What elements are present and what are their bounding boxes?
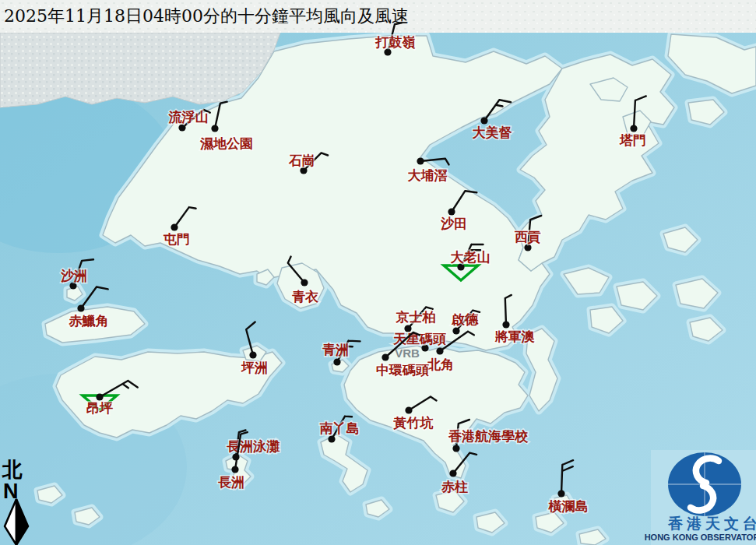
station-dot: [405, 406, 412, 413]
map-canvas: 2025年11月18日04時00分的十分鐘平均風向及風速 打鼓嶺流浮山濕地公園大…: [0, 0, 756, 545]
logo-name-en: HONG KONG OBSERVATORY: [645, 533, 756, 542]
station-label: 赤鱲角: [69, 313, 109, 329]
station-label: 北角: [427, 357, 454, 372]
station-dot: [448, 208, 455, 215]
compass-north-cn: 北: [2, 458, 23, 481]
station-dot: [382, 353, 389, 360]
station-dot: [417, 157, 424, 164]
station-label: 青衣: [292, 289, 319, 304]
hko-logo: 香港天文台 HONG KONG OBSERVATORY: [645, 450, 756, 545]
station-label: 啟德: [451, 311, 479, 327]
station-label: 流浮山: [168, 109, 209, 125]
station-dot: [524, 244, 531, 251]
station-label: 長洲泳灘: [227, 438, 280, 454]
wind-map: 2025年11月18日04時00分的十分鐘平均風向及風速 打鼓嶺流浮山濕地公園大…: [0, 0, 756, 545]
map-title: 2025年11月18日04時00分的十分鐘平均風向及風速: [4, 6, 409, 26]
station-label: 坪洲: [241, 360, 268, 375]
hko-logo-icon: [668, 452, 741, 516]
station-label: 赤柱: [441, 479, 468, 494]
station-dot: [452, 327, 459, 334]
station-label: 橫瀾島: [548, 498, 589, 514]
station-label: 沙田: [440, 216, 467, 231]
station-dot: [231, 466, 238, 473]
station-label: 屯門: [163, 231, 190, 247]
station-dot: [333, 358, 340, 365]
station-dot: [557, 490, 564, 497]
station-label: 中環碼頭: [376, 362, 429, 378]
station-label: 塔門: [619, 132, 646, 148]
station-dot: [449, 469, 456, 476]
station-dot: [502, 321, 509, 328]
logo-name-cn: 香港天文台: [667, 515, 756, 532]
station-label: 濕地公園: [199, 135, 253, 151]
station-dot: [211, 125, 218, 132]
station-label: 大埔滘: [408, 167, 448, 183]
station-label: 大美督: [473, 125, 512, 140]
station-label: 南丫島: [320, 420, 360, 436]
station-label: 昂坪: [86, 400, 113, 416]
station-label: 大老山: [451, 249, 491, 265]
station-dot: [77, 304, 84, 311]
station-label: 打鼓嶺: [375, 34, 416, 50]
station-dot: [178, 124, 185, 131]
station-dot: [328, 435, 335, 442]
station-label: 沙洲: [60, 268, 87, 283]
station-dot: [171, 223, 178, 230]
vrb-label: VRB: [395, 346, 420, 360]
station-label: 青洲: [322, 342, 349, 357]
station-dot: [480, 117, 487, 124]
station-dot: [301, 279, 308, 286]
station-label: 香港航海學校: [448, 428, 529, 444]
station-dot: [249, 351, 256, 358]
station-label: 石崗: [288, 153, 315, 168]
station-label: 將軍澳: [494, 329, 536, 344]
station-dot: [630, 125, 637, 132]
station-dot: [452, 445, 459, 452]
station-label: 長洲: [218, 474, 244, 490]
station-label: 西貢: [514, 229, 541, 244]
station-dot: [436, 347, 443, 354]
station-label: 京士柏: [396, 309, 436, 325]
station-label: 黃竹坑: [393, 415, 434, 431]
